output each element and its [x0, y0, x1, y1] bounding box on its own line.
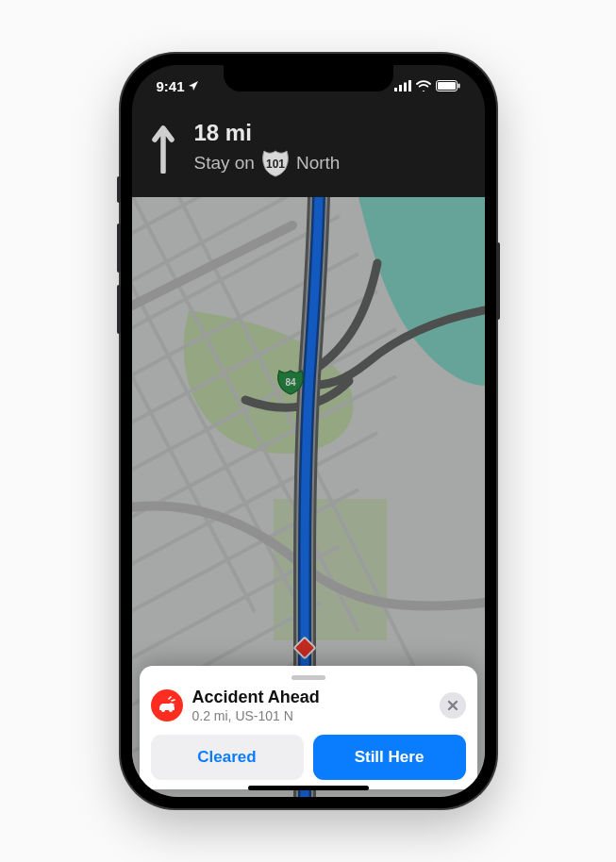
- power-button: [496, 242, 500, 320]
- svg-rect-1: [399, 85, 402, 91]
- route-shield-number: 101: [266, 157, 285, 171]
- svg-rect-3: [408, 80, 411, 91]
- signal-icon: [394, 78, 411, 94]
- wifi-icon: [416, 78, 431, 94]
- instruction-suffix: North: [296, 153, 340, 174]
- still-here-button[interactable]: Still Here: [313, 735, 466, 780]
- svg-rect-2: [404, 82, 407, 91]
- close-button[interactable]: [440, 692, 466, 719]
- volume-down-button: [117, 285, 121, 334]
- straight-arrow-icon: [149, 122, 177, 174]
- nav-instruction: Stay on 101 North: [194, 149, 341, 177]
- volume-up-button: [117, 224, 121, 273]
- sheet-grabber[interactable]: [291, 675, 325, 680]
- instruction-prefix: Stay on: [194, 153, 255, 174]
- mute-switch: [117, 176, 121, 203]
- cleared-button[interactable]: Cleared: [151, 735, 304, 780]
- interchange-shield-number: 84: [285, 377, 296, 388]
- svg-rect-6: [458, 83, 459, 88]
- highway-shield-icon: 101: [260, 149, 291, 177]
- phone-frame: 9:41: [121, 54, 496, 808]
- incident-subtitle: 0.2 mi, US-101 N: [192, 708, 430, 723]
- home-indicator[interactable]: [248, 786, 369, 790]
- notch: [224, 65, 393, 91]
- accident-icon: [151, 689, 183, 721]
- screen: 9:41: [132, 65, 485, 797]
- svg-rect-0: [394, 88, 397, 91]
- close-icon: [447, 700, 458, 711]
- location-icon: [188, 78, 199, 94]
- nav-distance: 18 mi: [194, 120, 341, 146]
- status-time: 9:41: [157, 78, 185, 94]
- incident-card: Accident Ahead 0.2 mi, US-101 N Cleared …: [140, 666, 477, 789]
- battery-icon: [436, 78, 460, 94]
- incident-title: Accident Ahead: [192, 688, 430, 707]
- svg-rect-5: [438, 82, 456, 90]
- svg-point-27: [169, 708, 173, 712]
- svg-point-26: [161, 708, 165, 712]
